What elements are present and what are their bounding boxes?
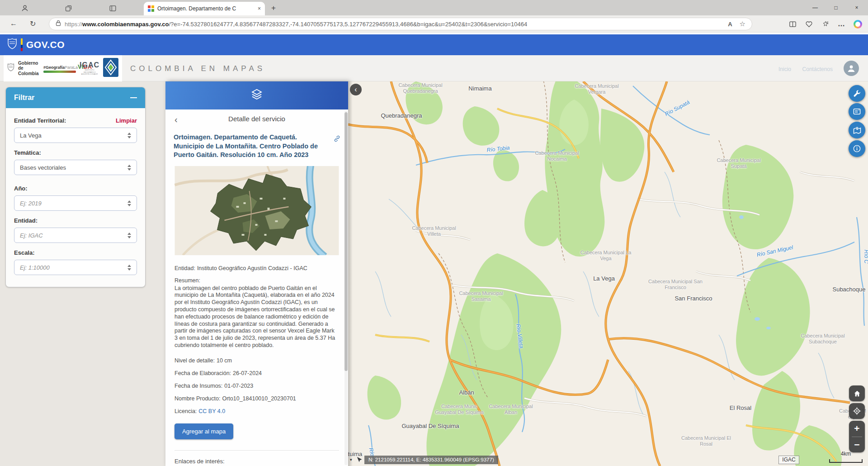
copilot-icon[interactable] <box>853 19 863 29</box>
url-text: https://www.colombiaenmapas.gov.co/?e=-7… <box>65 21 527 28</box>
geografia-vida-logo: #GeografíaParaLaVIDA <box>43 64 76 73</box>
gobierno-crest-icon <box>7 63 14 74</box>
select-chevrons-icon <box>127 133 131 138</box>
refresh-button[interactable]: ↻ <box>30 19 36 28</box>
select-chevrons-icon <box>127 165 131 171</box>
address-bar[interactable]: https://www.colombiaenmapas.gov.co/?e=-7… <box>49 18 752 30</box>
resumen-label: Resumen: <box>175 277 339 284</box>
zoom-control: + − <box>849 421 865 452</box>
browser-window: Ortoimagen. Departamento de C × + — □ × … <box>0 0 868 466</box>
app-header: Gobierno deColombia #GeografíaParaLaVIDA… <box>0 55 868 81</box>
lock-icon[interactable] <box>56 20 61 28</box>
entidad-label: Entidad: <box>14 217 38 224</box>
page-content: Filtrar Entidad Territorial: Limpiar La … <box>0 81 868 466</box>
browser-tab-bar: Ortoimagen. Departamento de C × + — □ × <box>0 0 868 15</box>
url-domain: www.colombiaenmapas.gov.co <box>82 21 169 28</box>
resumen-text: La ortoimagen del centro poblado de Puer… <box>175 285 339 349</box>
site-favicon <box>148 5 154 12</box>
detail-panel-title: Detalle del servicio <box>165 115 348 123</box>
collapse-minus-icon[interactable] <box>130 97 137 98</box>
scale-bar <box>829 459 863 463</box>
map-container: Cabecera MunicipalQuebradanegraNimaimaCa… <box>348 81 868 466</box>
service-thumbnail <box>175 166 339 255</box>
entidad-select[interactable]: Ej: IGAC <box>14 228 137 243</box>
map-canvas[interactable] <box>348 81 868 466</box>
tematica-select[interactable]: Bases vectoriales <box>14 160 137 175</box>
service-title: Ortoimagen. Departamento de Caquetá. Mun… <box>174 133 328 160</box>
app-title: COLOMBIA EN MAPAS <box>130 64 265 73</box>
read-aloud-icon[interactable]: A <box>728 21 732 28</box>
coordinates-display[interactable]: N: 2121059.221114, E: 4835331.960049 (EP… <box>364 456 498 464</box>
url-path: /?e=-74.5327801624777,4.835677487283327,… <box>169 21 527 28</box>
scale-label: 4km <box>829 451 863 457</box>
section-divider <box>175 450 339 451</box>
back-button[interactable]: ← <box>10 19 17 28</box>
window-minimize-button[interactable]: — <box>805 0 826 15</box>
gobierno-logo: Gobierno deColombia <box>18 61 40 76</box>
limpiar-link[interactable]: Limpiar <box>116 117 137 124</box>
anio-select[interactable]: Ej: 2019 <box>14 195 137 211</box>
meta-line: Fecha de Insumos:01-07-2023 <box>175 383 339 389</box>
split-screen-icon[interactable] <box>788 19 797 29</box>
workspaces-icon[interactable] <box>63 3 73 13</box>
institution-logos: Gobierno deColombia #GeografíaParaLaVIDA… <box>4 55 122 81</box>
user-avatar[interactable] <box>844 61 859 76</box>
collapse-panel-button[interactable]: ‹ <box>350 84 362 95</box>
browser-tab[interactable]: Ortoimagen. Departamento de C × <box>144 2 265 15</box>
colombia-crest-icon <box>7 38 17 52</box>
window-close-button[interactable]: × <box>846 0 867 15</box>
map-contents-button[interactable] <box>849 103 865 120</box>
new-tab-button[interactable]: + <box>271 4 276 13</box>
favorites-bar-icon[interactable] <box>820 19 830 29</box>
home-extent-button[interactable] <box>849 385 865 401</box>
escala-select[interactable]: Ej: 1:10000 <box>14 260 137 275</box>
entity-line: Entidad:Instituto Geográfico Agustín Cod… <box>175 265 339 271</box>
govco-logo: GOV.CO <box>26 39 65 50</box>
cursor-pointer-icon <box>355 456 363 466</box>
map-attribution: IGAC <box>778 456 799 464</box>
escala-label: Escala: <box>14 249 35 256</box>
tematica-label: Temática: <box>14 149 41 156</box>
coordinates-caret-icon[interactable]: ▾ <box>350 457 352 462</box>
add-favorite-star-icon[interactable]: ☆ <box>740 20 745 28</box>
govco-bar: GOV.CO <box>0 34 868 55</box>
meta-line: Fecha de Elaboración:26-07-2024 <box>175 370 339 376</box>
browser-essentials-icon[interactable] <box>804 19 814 29</box>
map-info-button[interactable] <box>849 140 865 157</box>
select-chevrons-icon <box>127 200 131 206</box>
basemap-gallery-button[interactable] <box>849 122 865 138</box>
map-tools-button[interactable] <box>849 85 865 102</box>
entidad-territorial-label: Entidad Territorial: <box>14 117 66 124</box>
share-link-icon[interactable] <box>333 135 341 144</box>
detail-panel-header <box>165 81 348 109</box>
agregar-al-mapa-button[interactable]: Agregar al mapa <box>175 423 233 439</box>
filter-panel: Filtrar Entidad Territorial: Limpiar La … <box>5 87 146 287</box>
entidad-territorial-select[interactable]: La Vega <box>14 128 137 143</box>
licencia-link[interactable]: CC BY 4.0 <box>198 408 225 414</box>
select-chevrons-icon <box>127 265 131 271</box>
igac-logo: IGAC INSTITUTO GEOGRÁFICOAGUSTÍN CODAZZI <box>80 61 99 76</box>
browser-toolbar: ← ↻ https://www.colombiaenmapas.gov.co/?… <box>0 15 868 33</box>
filter-title: Filtrar <box>14 94 34 102</box>
meta-line: Nivel de detalle:10 cm <box>175 357 339 364</box>
browser-profile-icon[interactable] <box>20 3 30 13</box>
zoom-in-button[interactable]: + <box>849 421 865 437</box>
vertical-tabs-icon[interactable] <box>108 3 118 13</box>
back-chevron-button[interactable]: ‹ <box>175 115 178 124</box>
meta-line: Nombre Producto:Orto10_18410010_20230701 <box>175 395 339 402</box>
select-chevrons-icon <box>127 233 131 238</box>
geolocate-button[interactable] <box>849 403 865 419</box>
licencia-line: Licencia:CC BY 4.0 <box>175 408 339 414</box>
enlaces-label: Enlaces de interés: <box>175 458 339 465</box>
window-maximize-button[interactable]: □ <box>826 0 846 15</box>
anio-label: Año: <box>14 185 28 192</box>
nav-link-contactenos[interactable]: Contáctenos <box>802 66 833 72</box>
detail-scrollbar-thumb[interactable] <box>344 112 348 371</box>
nav-link-inicio[interactable]: Inicio <box>778 66 791 72</box>
tab-title: Ortoimagen. Departamento de C <box>157 5 255 12</box>
settings-more-icon[interactable]: … <box>836 19 846 29</box>
service-detail-panel: ‹ Detalle del servicio Ortoimagen. Depar… <box>165 81 348 466</box>
filter-panel-header: Filtrar <box>6 87 145 108</box>
zoom-out-button[interactable]: − <box>849 437 865 453</box>
tab-close-icon[interactable]: × <box>258 5 261 12</box>
